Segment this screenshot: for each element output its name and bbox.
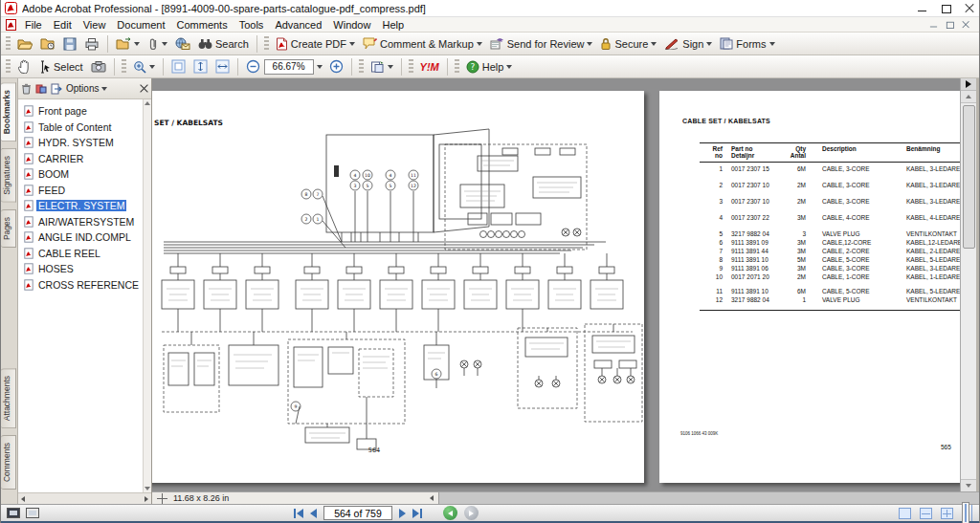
comment-markup-button[interactable]: Comment & Markup <box>359 33 486 54</box>
toolbar-grip[interactable] <box>409 59 413 75</box>
continuous-button[interactable] <box>920 508 932 519</box>
bookmark-item[interactable]: ELECTR. SYSTEM <box>24 198 143 214</box>
previous-view-button[interactable] <box>443 506 457 520</box>
zoom-level-input[interactable]: 66.67% <box>264 59 314 75</box>
nav-tab[interactable]: Pages <box>1 209 16 248</box>
create-pdf-icon <box>276 37 288 51</box>
menu-item[interactable]: Window <box>327 18 376 32</box>
bookmark-item[interactable]: FEED <box>24 183 143 199</box>
next-page-button[interactable] <box>399 509 406 518</box>
menu-item[interactable]: Tools <box>234 18 270 32</box>
send-review-button[interactable]: Send for Review <box>486 33 597 54</box>
hand-tool-button[interactable] <box>13 56 34 76</box>
reading-mode-icon[interactable] <box>7 508 20 518</box>
page-display-button[interactable] <box>367 56 397 76</box>
toolbar-grip[interactable] <box>455 59 459 75</box>
nav-tab[interactable]: Bookmarks <box>1 82 16 142</box>
bookmark-item[interactable]: HOSES <box>24 261 143 277</box>
single-page-button[interactable] <box>899 508 911 519</box>
help-button[interactable]: ? Help <box>462 56 517 76</box>
bookmark-item[interactable]: HYDR. SYSTEM <box>24 135 143 151</box>
sign-button[interactable]: Sign <box>660 33 716 54</box>
bookmark-item[interactable]: ANGLE IND.COMPL <box>24 229 143 246</box>
zoom-in-button[interactable] <box>325 56 347 76</box>
page-number-input[interactable] <box>323 506 392 520</box>
next-view-button[interactable] <box>464 506 479 520</box>
toolbar-grip[interactable] <box>6 36 11 52</box>
facing-button[interactable] <box>962 502 969 523</box>
menu-item[interactable]: Document <box>111 18 170 32</box>
doc-minimize-button[interactable] <box>929 21 938 29</box>
nav-tab[interactable]: Signatures <box>1 148 16 203</box>
create-pdf-button[interactable]: Create PDF <box>272 33 359 54</box>
menu-item[interactable]: View <box>78 18 112 32</box>
email-button[interactable] <box>171 33 194 54</box>
save-button[interactable] <box>59 33 80 54</box>
select-tool-button[interactable]: Select <box>34 56 87 76</box>
fit-page-button[interactable] <box>189 56 212 76</box>
scroll-left-icon[interactable] <box>430 495 434 501</box>
fit-width-button[interactable] <box>212 56 234 76</box>
zoom-out-button[interactable] <box>242 56 264 76</box>
document-viewport[interactable]: SET / KABELSATS <box>152 78 960 491</box>
minimize-button[interactable] <box>917 4 927 13</box>
messenger-button[interactable]: Y!M <box>416 56 443 76</box>
toolbar-grip[interactable] <box>6 59 11 75</box>
doc-close-button[interactable] <box>962 21 970 29</box>
navigation-tab-strip: BookmarksSignaturesPages AttachmentsComm… <box>1 78 18 504</box>
bookmark-item[interactable]: Front page <box>24 103 143 120</box>
zoom-dropdown-caret-icon[interactable] <box>317 65 323 69</box>
toolbar-grip[interactable] <box>359 59 364 75</box>
last-page-button[interactable] <box>412 509 422 518</box>
window-mode-icon[interactable] <box>26 508 39 518</box>
print-button[interactable] <box>80 33 103 54</box>
zoom-tool-button[interactable] <box>129 56 159 76</box>
pane-toggle-button[interactable] <box>961 78 976 91</box>
bookmark-item[interactable]: AIR/WATERSYSTEM <box>24 214 143 230</box>
bookmark-item[interactable]: CARRIER <box>24 151 143 167</box>
bookmark-item[interactable]: CROSS REFERENCE <box>24 277 143 294</box>
delete-bookmark-icon[interactable] <box>21 83 32 95</box>
maximize-button[interactable] <box>941 4 951 13</box>
menu-item[interactable]: Edit <box>48 18 78 32</box>
close-button[interactable] <box>965 4 975 13</box>
hand-tool-icon <box>17 59 31 74</box>
goto-bookmark-icon[interactable] <box>51 83 62 95</box>
sign-label: Sign <box>682 38 703 50</box>
expand-bookmark-icon[interactable] <box>35 83 47 95</box>
scroll-down-button[interactable] <box>961 479 976 491</box>
toolbar-grip[interactable] <box>122 59 126 75</box>
toolbar-grip[interactable] <box>264 36 269 52</box>
vertical-scrollbar[interactable] <box>960 78 976 491</box>
close-panel-button[interactable] <box>140 84 148 93</box>
panel-horizontal-scrollbar[interactable] <box>18 492 151 504</box>
bookmarks-panel: Options Front page T <box>18 78 152 504</box>
search-button[interactable]: Search <box>194 33 253 54</box>
actual-size-button[interactable] <box>167 56 189 76</box>
nav-tab[interactable]: Attachments <box>1 368 16 428</box>
nav-tab[interactable]: Comments <box>1 435 16 490</box>
export-button[interactable] <box>112 33 144 54</box>
open-button[interactable] <box>13 33 36 54</box>
continuous-facing-button[interactable] <box>941 508 953 519</box>
attach-button[interactable] <box>144 33 171 54</box>
bookmark-item[interactable]: CABLE REEL <box>24 246 143 262</box>
forms-button[interactable]: Forms <box>716 33 778 54</box>
bookmark-item[interactable]: Table of Content <box>24 120 143 136</box>
scrollbar-thumb[interactable] <box>963 105 975 249</box>
doc-restore-button[interactable] <box>946 21 954 29</box>
menu-item[interactable]: Comments <box>171 18 234 32</box>
options-menu-button[interactable]: Options <box>66 83 107 94</box>
menu-item[interactable]: Help <box>376 18 410 32</box>
bookmark-item[interactable]: BOOM <box>24 166 143 183</box>
scroll-up-button[interactable] <box>961 91 976 103</box>
organizer-button[interactable] <box>36 33 59 54</box>
secure-button[interactable]: Secure <box>596 33 660 54</box>
panel-scrollbar[interactable] <box>143 99 151 492</box>
menu-item[interactable]: Advanced <box>269 18 327 32</box>
first-page-button[interactable] <box>294 509 303 518</box>
menu-item[interactable]: File <box>19 18 48 32</box>
camera-icon <box>91 60 106 73</box>
snapshot-tool-button[interactable] <box>87 56 110 76</box>
previous-page-button[interactable] <box>310 509 317 518</box>
